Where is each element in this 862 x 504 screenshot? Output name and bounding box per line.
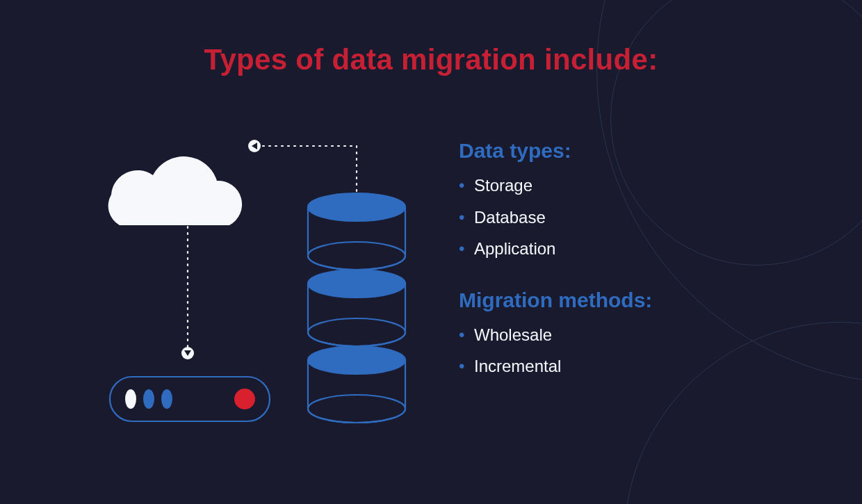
svg-point-14: [234, 389, 255, 409]
list-item: Storage: [459, 170, 806, 202]
cloud-icon: [108, 156, 242, 225]
svg-point-6: [308, 270, 405, 298]
list-item: Database: [459, 202, 806, 234]
svg-point-4: [308, 346, 405, 374]
section-heading-data-types: Data types:: [459, 139, 806, 163]
migration-methods-list: Wholesale Incremental: [459, 319, 806, 382]
database-stack-icon: [308, 193, 405, 423]
server-device-icon: [110, 377, 270, 421]
arrow-db-to-cloud: [248, 140, 357, 191]
svg-point-9: [308, 242, 405, 270]
svg-point-12: [143, 389, 154, 409]
svg-point-7: [308, 318, 405, 346]
section-heading-migration-methods: Migration methods:: [459, 288, 806, 312]
list-item: Application: [459, 233, 806, 265]
svg-point-13: [161, 389, 172, 409]
list-item: Wholesale: [459, 319, 806, 351]
page-title: Types of data migration include:: [0, 43, 862, 76]
svg-point-5: [308, 395, 405, 423]
list-item: Incremental: [459, 350, 806, 382]
svg-point-11: [125, 389, 136, 409]
svg-point-8: [308, 193, 405, 221]
migration-diagram: [70, 125, 445, 452]
data-types-list: Storage Database Application: [459, 170, 806, 265]
text-column: Data types: Storage Database Application…: [459, 139, 806, 406]
arrow-cloud-to-server: [181, 214, 194, 359]
